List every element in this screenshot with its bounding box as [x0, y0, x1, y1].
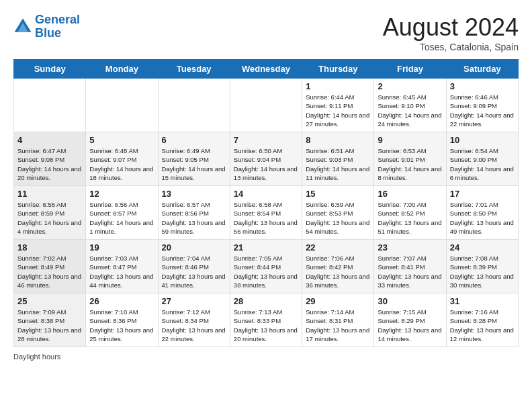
- day-number: 20: [162, 242, 226, 253]
- calendar-table: SundayMondayTuesdayWednesdayThursdayFrid…: [13, 59, 519, 347]
- calendar-cell: 24Sunrise: 7:08 AM Sunset: 8:39 PM Dayli…: [446, 240, 518, 293]
- calendar-cell: 26Sunrise: 7:10 AM Sunset: 8:36 PM Dayli…: [86, 293, 158, 347]
- calendar-cell: 30Sunrise: 7:15 AM Sunset: 8:29 PM Dayli…: [374, 293, 446, 347]
- calendar-cell: [14, 79, 86, 132]
- day-info: Sunrise: 7:04 AM Sunset: 8:46 PM Dayligh…: [162, 254, 226, 289]
- day-info: Sunrise: 7:03 AM Sunset: 8:47 PM Dayligh…: [89, 254, 154, 289]
- calendar-cell: 8Sunrise: 6:51 AM Sunset: 9:03 PM Daylig…: [302, 132, 374, 186]
- calendar-week-1: 1Sunrise: 6:44 AM Sunset: 9:11 PM Daylig…: [14, 79, 519, 132]
- day-number: 21: [234, 242, 298, 253]
- calendar-cell: 9Sunrise: 6:53 AM Sunset: 9:01 PM Daylig…: [374, 132, 446, 186]
- day-info: Sunrise: 6:45 AM Sunset: 9:10 PM Dayligh…: [378, 93, 442, 128]
- day-info: Sunrise: 7:01 AM Sunset: 8:50 PM Dayligh…: [450, 200, 515, 236]
- calendar-cell: 6Sunrise: 6:49 AM Sunset: 9:05 PM Daylig…: [158, 132, 230, 186]
- day-header-saturday: Saturday: [446, 60, 518, 79]
- calendar-cell: 4Sunrise: 6:47 AM Sunset: 9:08 PM Daylig…: [14, 132, 86, 186]
- day-header-monday: Monday: [86, 60, 158, 79]
- calendar-cell: 11Sunrise: 6:55 AM Sunset: 8:59 PM Dayli…: [14, 186, 86, 240]
- day-number: 16: [378, 189, 442, 199]
- day-info: Sunrise: 7:10 AM Sunset: 8:36 PM Dayligh…: [89, 308, 154, 343]
- calendar-cell: 21Sunrise: 7:05 AM Sunset: 8:44 PM Dayli…: [230, 240, 302, 293]
- day-header-wednesday: Wednesday: [230, 60, 302, 79]
- day-number: 31: [450, 296, 515, 306]
- day-info: Sunrise: 7:00 AM Sunset: 8:52 PM Dayligh…: [378, 200, 442, 236]
- calendar-cell: 22Sunrise: 7:06 AM Sunset: 8:42 PM Dayli…: [302, 240, 374, 293]
- logo-text: General Blue: [35, 13, 80, 40]
- day-info: Sunrise: 6:51 AM Sunset: 9:03 PM Dayligh…: [306, 146, 370, 182]
- logo-icon: [13, 17, 32, 36]
- calendar-cell: 28Sunrise: 7:13 AM Sunset: 8:33 PM Dayli…: [230, 293, 302, 347]
- day-info: Sunrise: 7:13 AM Sunset: 8:33 PM Dayligh…: [234, 308, 298, 343]
- logo: General Blue: [13, 13, 80, 40]
- day-number: 13: [162, 189, 226, 199]
- day-number: 5: [89, 135, 154, 145]
- day-info: Sunrise: 7:15 AM Sunset: 8:29 PM Dayligh…: [378, 308, 442, 343]
- day-number: 15: [306, 189, 370, 199]
- footer-label: Daylight hours: [13, 353, 60, 361]
- calendar-cell: 1Sunrise: 6:44 AM Sunset: 9:11 PM Daylig…: [302, 79, 374, 132]
- calendar-week-3: 11Sunrise: 6:55 AM Sunset: 8:59 PM Dayli…: [14, 186, 519, 240]
- logo-line1: General: [35, 13, 80, 26]
- day-info: Sunrise: 7:09 AM Sunset: 8:38 PM Dayligh…: [17, 308, 82, 343]
- calendar-cell: 15Sunrise: 6:59 AM Sunset: 8:53 PM Dayli…: [302, 186, 374, 240]
- day-info: Sunrise: 7:12 AM Sunset: 8:34 PM Dayligh…: [162, 308, 226, 343]
- calendar-week-2: 4Sunrise: 6:47 AM Sunset: 9:08 PM Daylig…: [14, 132, 519, 186]
- day-header-sunday: Sunday: [14, 60, 86, 79]
- day-info: Sunrise: 6:59 AM Sunset: 8:53 PM Dayligh…: [306, 200, 370, 236]
- day-info: Sunrise: 7:14 AM Sunset: 8:31 PM Dayligh…: [306, 308, 370, 343]
- day-header-friday: Friday: [374, 60, 446, 79]
- calendar-cell: 2Sunrise: 6:45 AM Sunset: 9:10 PM Daylig…: [374, 79, 446, 132]
- day-number: 7: [234, 135, 298, 145]
- day-info: Sunrise: 6:56 AM Sunset: 8:57 PM Dayligh…: [89, 200, 154, 236]
- day-number: 30: [378, 296, 442, 306]
- day-number: 14: [234, 189, 298, 199]
- page-header: General Blue August 2024 Toses, Cataloni…: [13, 13, 519, 52]
- calendar-cell: 17Sunrise: 7:01 AM Sunset: 8:50 PM Dayli…: [446, 186, 518, 240]
- day-number: 10: [450, 135, 515, 145]
- day-info: Sunrise: 6:44 AM Sunset: 9:11 PM Dayligh…: [306, 93, 370, 128]
- calendar-cell: 3Sunrise: 6:46 AM Sunset: 9:09 PM Daylig…: [446, 79, 518, 132]
- day-number: 23: [378, 242, 442, 253]
- day-number: 1: [306, 81, 370, 91]
- title-block: August 2024 Toses, Catalonia, Spain: [383, 13, 519, 52]
- day-number: 25: [17, 296, 82, 306]
- calendar-cell: 31Sunrise: 7:16 AM Sunset: 8:28 PM Dayli…: [446, 293, 518, 347]
- calendar-cell: 18Sunrise: 7:02 AM Sunset: 8:49 PM Dayli…: [14, 240, 86, 293]
- calendar-cell: [230, 79, 302, 132]
- day-number: 29: [306, 296, 370, 306]
- day-number: 17: [450, 189, 515, 199]
- day-number: 8: [306, 135, 370, 145]
- calendar-cell: 27Sunrise: 7:12 AM Sunset: 8:34 PM Dayli…: [158, 293, 230, 347]
- calendar-cell: 5Sunrise: 6:48 AM Sunset: 9:07 PM Daylig…: [86, 132, 158, 186]
- day-info: Sunrise: 6:48 AM Sunset: 9:07 PM Dayligh…: [89, 146, 154, 182]
- calendar-cell: 12Sunrise: 6:56 AM Sunset: 8:57 PM Dayli…: [86, 186, 158, 240]
- day-number: 4: [17, 135, 82, 145]
- day-info: Sunrise: 7:02 AM Sunset: 8:49 PM Dayligh…: [17, 254, 82, 289]
- day-info: Sunrise: 6:57 AM Sunset: 8:56 PM Dayligh…: [162, 200, 226, 236]
- day-number: 26: [89, 296, 154, 306]
- day-info: Sunrise: 6:53 AM Sunset: 9:01 PM Dayligh…: [378, 146, 442, 182]
- day-info: Sunrise: 6:54 AM Sunset: 9:00 PM Dayligh…: [450, 146, 515, 182]
- day-number: 19: [89, 242, 154, 253]
- day-number: 28: [234, 296, 298, 306]
- calendar-cell: 29Sunrise: 7:14 AM Sunset: 8:31 PM Dayli…: [302, 293, 374, 347]
- day-info: Sunrise: 6:46 AM Sunset: 9:09 PM Dayligh…: [450, 93, 515, 128]
- calendar-week-4: 18Sunrise: 7:02 AM Sunset: 8:49 PM Dayli…: [14, 240, 519, 293]
- day-info: Sunrise: 7:16 AM Sunset: 8:28 PM Dayligh…: [450, 308, 515, 343]
- calendar-cell: 13Sunrise: 6:57 AM Sunset: 8:56 PM Dayli…: [158, 186, 230, 240]
- day-number: 24: [450, 242, 515, 253]
- day-number: 11: [17, 189, 82, 199]
- day-number: 6: [162, 135, 226, 145]
- calendar-cell: 20Sunrise: 7:04 AM Sunset: 8:46 PM Dayli…: [158, 240, 230, 293]
- day-number: 22: [306, 242, 370, 253]
- calendar-cell: 23Sunrise: 7:07 AM Sunset: 8:41 PM Dayli…: [374, 240, 446, 293]
- calendar-cell: 16Sunrise: 7:00 AM Sunset: 8:52 PM Dayli…: [374, 186, 446, 240]
- day-number: 2: [378, 81, 442, 91]
- day-info: Sunrise: 7:08 AM Sunset: 8:39 PM Dayligh…: [450, 254, 515, 289]
- location: Toses, Catalonia, Spain: [383, 42, 519, 52]
- day-number: 12: [89, 189, 154, 199]
- calendar-week-5: 25Sunrise: 7:09 AM Sunset: 8:38 PM Dayli…: [14, 293, 519, 347]
- month-year: August 2024: [383, 13, 519, 42]
- day-number: 27: [162, 296, 226, 306]
- day-number: 3: [450, 81, 515, 91]
